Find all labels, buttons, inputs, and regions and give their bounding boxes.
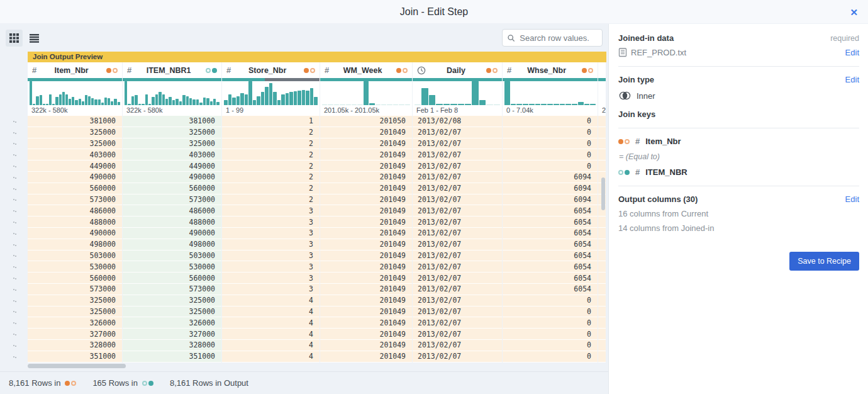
histogram-bar[interactable] — [128, 104, 130, 105]
row-marker[interactable] — [0, 261, 28, 273]
save-to-recipe-button[interactable]: Save to Recipe — [789, 252, 859, 271]
histogram-bar[interactable] — [49, 94, 52, 105]
histogram-bar[interactable] — [314, 97, 318, 105]
histogram-bar[interactable] — [436, 104, 442, 105]
histogram-bar[interactable] — [52, 104, 55, 105]
histogram-bar[interactable] — [269, 83, 273, 105]
histogram-bar[interactable] — [302, 90, 306, 105]
row-marker[interactable] — [0, 194, 28, 206]
quality-bar[interactable] — [123, 78, 221, 81]
histogram-bar[interactable] — [228, 94, 232, 105]
row-marker[interactable] — [0, 317, 28, 329]
histogram-bar[interactable] — [357, 104, 362, 105]
histogram-bar[interactable] — [199, 103, 202, 105]
histogram-bar[interactable] — [399, 104, 404, 105]
histogram-bar[interactable] — [322, 104, 327, 105]
quality-bar[interactable] — [598, 78, 606, 81]
histogram-bar[interactable] — [248, 81, 252, 105]
histogram-bar[interactable] — [125, 81, 127, 105]
histogram-bar[interactable] — [286, 93, 289, 105]
histogram-bar[interactable] — [148, 104, 151, 105]
histogram-bar[interactable] — [523, 104, 528, 105]
histogram-bar[interactable] — [541, 104, 547, 105]
list-view-button[interactable] — [26, 30, 43, 47]
histogram-bar[interactable] — [82, 101, 84, 105]
histogram-bar[interactable] — [213, 99, 216, 105]
histogram-bar[interactable] — [529, 104, 535, 105]
row-marker[interactable] — [0, 138, 28, 150]
histogram-bar[interactable] — [69, 99, 71, 105]
column-R[interactable]: R2 — [598, 62, 606, 116]
histogram-bar[interactable] — [472, 81, 478, 105]
histogram-bar[interactable] — [516, 104, 522, 105]
histogram-bar[interactable] — [72, 97, 74, 105]
row-marker[interactable] — [0, 205, 28, 217]
quality-bar[interactable] — [503, 78, 598, 81]
column-histogram[interactable] — [598, 81, 606, 105]
histogram-bar[interactable] — [88, 96, 91, 105]
histogram-bar[interactable] — [261, 92, 265, 105]
histogram-bar[interactable] — [253, 100, 257, 105]
histogram-bar[interactable] — [535, 104, 541, 105]
histogram-bar[interactable] — [75, 100, 77, 105]
column-header[interactable]: #Item_Nbr — [28, 62, 122, 78]
histogram-bar[interactable] — [152, 97, 154, 105]
histogram-bar[interactable] — [236, 96, 240, 105]
histogram-bar[interactable] — [479, 100, 486, 105]
histogram-bar[interactable] — [334, 104, 339, 105]
histogram-bar[interactable] — [196, 99, 199, 105]
histogram-bar[interactable] — [91, 98, 94, 105]
column-Daily[interactable]: DailyFeb 1 - Feb 8 — [413, 62, 502, 116]
histogram-bar[interactable] — [547, 104, 553, 105]
histogram-bar[interactable] — [257, 96, 260, 105]
histogram-bar[interactable] — [504, 81, 510, 105]
histogram-bar[interactable] — [118, 102, 120, 105]
column-ITEM_NBR1[interactable]: #ITEM_NBR1322k - 580k — [123, 62, 221, 116]
edit-join-type-link[interactable]: Edit — [845, 75, 859, 84]
histogram-bar[interactable] — [155, 94, 158, 105]
column-histogram[interactable] — [320, 81, 412, 105]
histogram-bar[interactable] — [111, 101, 113, 105]
histogram-bar[interactable] — [590, 104, 596, 105]
grid-view-button[interactable] — [6, 30, 23, 47]
histogram-bar[interactable] — [145, 94, 148, 105]
histogram-bar[interactable] — [415, 104, 421, 105]
quality-bar[interactable] — [222, 78, 320, 81]
histogram-bar[interactable] — [224, 100, 228, 105]
histogram-bar[interactable] — [387, 104, 392, 105]
histogram-bar[interactable] — [216, 102, 219, 105]
histogram-bar[interactable] — [310, 88, 314, 105]
histogram-bar[interactable] — [210, 101, 213, 105]
histogram-bar[interactable] — [240, 93, 244, 105]
histogram-bar[interactable] — [369, 103, 374, 105]
histogram-bar[interactable] — [352, 104, 357, 105]
histogram-bar[interactable] — [98, 99, 101, 105]
row-marker[interactable] — [0, 250, 28, 262]
histogram-bar[interactable] — [560, 104, 565, 105]
column-Item_Nbr[interactable]: #Item_Nbr322k - 580k — [28, 62, 122, 116]
histogram-bar[interactable] — [101, 103, 104, 105]
quality-bar[interactable] — [413, 78, 502, 81]
row-marker[interactable] — [0, 228, 28, 239]
histogram-bar[interactable] — [182, 95, 185, 105]
histogram-bar[interactable] — [36, 96, 38, 105]
histogram-bar[interactable] — [135, 95, 137, 105]
horizontal-scrollbar[interactable] — [28, 364, 126, 368]
column-histogram[interactable] — [503, 81, 598, 105]
histogram-bar[interactable] — [79, 99, 81, 105]
histogram-bar[interactable] — [584, 104, 590, 105]
histogram-bar[interactable] — [138, 104, 141, 105]
histogram-bar[interactable] — [175, 99, 178, 105]
edit-output-columns-link[interactable]: Edit — [845, 194, 859, 204]
histogram-bar[interactable] — [554, 104, 559, 105]
histogram-bar[interactable] — [172, 100, 175, 105]
row-marker[interactable] — [0, 239, 28, 250]
histogram-bar[interactable] — [465, 104, 471, 105]
histogram-bar[interactable] — [421, 88, 428, 105]
row-marker[interactable] — [0, 116, 28, 127]
histogram-bar[interactable] — [114, 99, 116, 105]
join-key-left[interactable]: # Item_Nbr — [618, 137, 859, 146]
row-marker[interactable] — [0, 127, 28, 138]
histogram-bar[interactable] — [565, 104, 571, 105]
column-header[interactable]: #Store_Nbr — [222, 62, 320, 78]
